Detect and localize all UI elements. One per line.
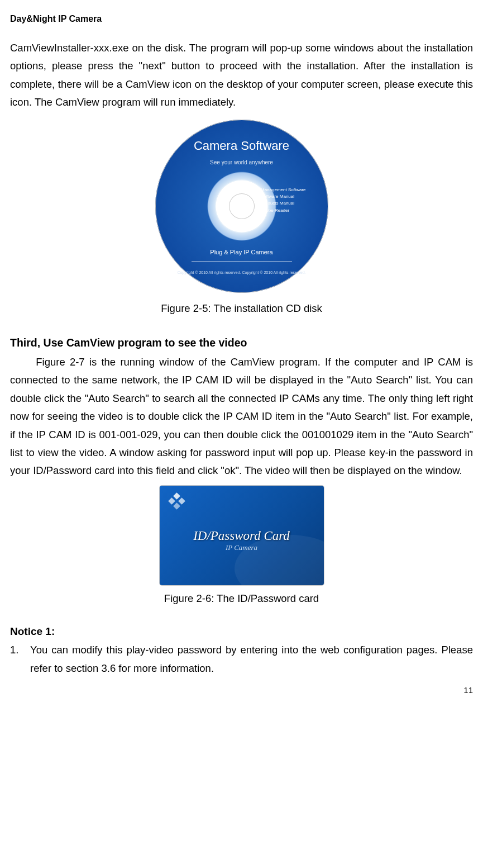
cd-item: Management Software (258, 187, 305, 193)
cd-footer-text: Plug & Play IP Camera (210, 249, 272, 255)
page-header: Day&Night IP Camera (10, 11, 473, 27)
page-number: 11 (10, 683, 473, 698)
paragraph-installation: CamViewInstaller-xxx.exe on the disk. Th… (10, 39, 473, 112)
section-heading-third: Third, Use CamView program to see the vi… (10, 333, 473, 352)
cd-figure: Camera Software See your world anywhere … (10, 120, 473, 293)
cd-title-block: Camera Software See your world anywhere (155, 135, 328, 168)
cd-rule (192, 261, 292, 262)
notice-text: You can modify this play-video password … (30, 641, 473, 677)
id-password-card: ID/Password Card IP Camera (160, 486, 324, 585)
figure-caption-2: Figure 2-6: The ID/Password card (10, 590, 473, 608)
notice-list-item: 1. You can modify this play-video passwo… (10, 641, 473, 677)
cd-hole (229, 193, 255, 219)
notice-num: 1. (10, 641, 30, 677)
cd-disk-graphic: Camera Software See your world anywhere … (155, 120, 328, 293)
card-subtitle: IP Camera (160, 542, 324, 554)
card-logo (168, 494, 189, 510)
cd-footer: Plug & Play IP Camera (155, 247, 328, 261)
cd-subtitle: See your world anywhere (155, 158, 328, 168)
figure-caption-1: Figure 2-5: The installation CD disk (10, 300, 473, 317)
cd-copyright: Copyright © 2010 All rights reserved. Co… (155, 269, 328, 276)
cd-title: Camera Software (155, 135, 328, 157)
notice-heading: Notice 1: (10, 622, 473, 641)
card-figure: ID/Password Card IP Camera (10, 486, 473, 585)
paragraph-camview: Figure 2-7 is the running window of the … (10, 353, 473, 480)
